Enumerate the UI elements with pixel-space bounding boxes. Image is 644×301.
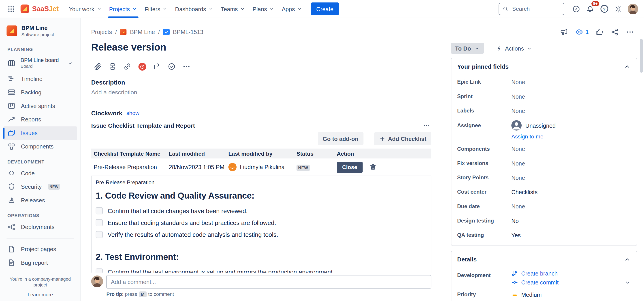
- add-child-issue-button[interactable]: [106, 60, 119, 73]
- user-avatar-photo: [628, 3, 638, 14]
- sidebar-item-bug-report[interactable]: Bug report: [3, 256, 77, 270]
- sidebar-item-timeline[interactable]: Timeline: [3, 72, 77, 86]
- git-commit-icon: [511, 279, 518, 286]
- breadcrumb-projects-link[interactable]: Projects: [91, 29, 112, 35]
- details-panel: Details Development Create branch: [451, 251, 637, 301]
- create-branch-link[interactable]: Create branch: [511, 270, 558, 277]
- more-actions-button[interactable]: [180, 60, 193, 73]
- sidebar-item-backlog[interactable]: Backlog: [3, 86, 77, 99]
- git-branch-icon: [511, 270, 518, 277]
- clockwork-show-link[interactable]: show: [126, 110, 140, 116]
- nav-item-projects[interactable]: Projects: [106, 0, 141, 18]
- issue-main-column: Projects / BPM Line / BPML-1513 Release …: [81, 18, 448, 301]
- sidebar-item-project-pages[interactable]: Project pages: [3, 242, 77, 256]
- timeline-icon: [8, 75, 16, 83]
- clockwork-app-button[interactable]: [136, 60, 149, 73]
- nav-item-filters[interactable]: Filters: [141, 0, 172, 18]
- sidebar-item-security[interactable]: Security NEW: [3, 180, 77, 194]
- pinned-fields-header[interactable]: Your pinned fields: [451, 58, 636, 75]
- ship-icon: [8, 196, 16, 205]
- checkbox[interactable]: [96, 219, 103, 226]
- corner-arrow-app-button[interactable]: [150, 60, 164, 73]
- help-icon: ?: [600, 5, 608, 13]
- board-icon: [8, 59, 16, 67]
- issue-toolbar: [91, 60, 431, 73]
- learn-more-link[interactable]: Learn more: [0, 292, 80, 298]
- section-title-development: DEVELOPMENT: [8, 159, 80, 164]
- user-avatar[interactable]: [628, 3, 638, 14]
- issue-header-actions: 1: [448, 18, 644, 36]
- feedback-button[interactable]: [560, 28, 568, 36]
- chevron-down-icon: [269, 6, 274, 12]
- settings-button[interactable]: [612, 3, 624, 15]
- nav-item-dashboards[interactable]: Dashboards: [172, 0, 217, 18]
- comment-input[interactable]: [106, 275, 431, 289]
- issue-title[interactable]: Release version: [91, 41, 431, 53]
- sidebar-item-deployments[interactable]: Deployments: [3, 220, 77, 234]
- sidebar-item-reports[interactable]: Reports: [3, 113, 77, 126]
- checklist-table-header: Checklist Template Name Last modified La…: [91, 149, 431, 159]
- sidebar-item-releases[interactable]: Releases: [3, 194, 77, 207]
- add-checklist-button[interactable]: Add Checklist: [374, 132, 431, 145]
- watch-button[interactable]: 1: [575, 28, 589, 36]
- checklist-more-button[interactable]: [421, 121, 431, 131]
- nav-item-apps[interactable]: Apps: [278, 0, 306, 18]
- project-type: Software project: [21, 32, 54, 37]
- breadcrumb-project-link[interactable]: BPM Line: [130, 29, 155, 35]
- breadcrumb-issue-key[interactable]: BPML-1513: [173, 29, 204, 35]
- shield-icon: [8, 183, 16, 191]
- sidebar-item-code[interactable]: Code: [3, 167, 77, 180]
- saasjet-logo-icon: [20, 4, 29, 13]
- task-type-icon: [163, 29, 170, 35]
- checklist-section-heading: 2. Test Environment:: [96, 252, 427, 262]
- checkbox[interactable]: [96, 207, 103, 214]
- development-expand-button[interactable]: [624, 279, 631, 286]
- help-button[interactable]: ?: [598, 3, 610, 15]
- eye-icon: [575, 28, 584, 36]
- details-header[interactable]: Details: [451, 251, 636, 268]
- discover-button[interactable]: [570, 3, 582, 15]
- project-header[interactable]: BPM Line Software project: [0, 18, 80, 41]
- components-icon: [8, 142, 16, 151]
- search-input[interactable]: [511, 5, 560, 12]
- link-issue-button[interactable]: [121, 60, 134, 73]
- field-row-cost-center: Cost centerChecklists: [457, 185, 631, 199]
- sidebar-item-active-sprints[interactable]: Active sprints: [3, 99, 77, 113]
- vote-button[interactable]: [596, 28, 604, 36]
- chevron-down-icon[interactable]: [67, 60, 73, 66]
- clockwork-section-label: Clockwork: [91, 110, 122, 116]
- close-checklist-button[interactable]: Close: [337, 161, 362, 173]
- status-dropdown[interactable]: To Do: [451, 43, 484, 54]
- delete-checklist-button[interactable]: [369, 163, 376, 171]
- notifications-button[interactable]: 9+: [584, 3, 596, 15]
- checklist-item: Confirm that all code changes have been …: [96, 207, 427, 214]
- nav-item-plans[interactable]: Plans: [249, 0, 278, 18]
- share-button[interactable]: [611, 28, 619, 36]
- create-commit-link[interactable]: Create commit: [511, 279, 558, 286]
- sidebar-item-board[interactable]: BPM Line board Board: [3, 54, 77, 72]
- top-navigation: SaaSJet Your work Projects Filters Dashb…: [0, 0, 644, 18]
- assign-to-me-link[interactable]: Assign to me: [511, 133, 543, 140]
- description-placeholder[interactable]: Add a description...: [91, 89, 431, 95]
- create-button[interactable]: Create: [311, 2, 339, 15]
- actions-dropdown[interactable]: Actions: [496, 45, 532, 51]
- checkbox[interactable]: [96, 231, 103, 238]
- sidebar-item-issues[interactable]: Issues: [3, 126, 77, 140]
- check-circle-app-button[interactable]: [165, 60, 178, 73]
- checklist-detail-panel: Pre-Release Preparation 1. Code Review a…: [91, 176, 431, 279]
- attach-button[interactable]: [91, 60, 104, 73]
- go-to-addon-button[interactable]: Go to add-on: [318, 132, 364, 145]
- nav-item-teams[interactable]: Teams: [217, 0, 249, 18]
- more-button[interactable]: [626, 28, 634, 36]
- app-switcher-button[interactable]: [5, 3, 17, 15]
- code-icon: [8, 169, 16, 178]
- sidebar-item-components[interactable]: Components: [3, 140, 77, 154]
- saasjet-logo[interactable]: SaaSJet: [20, 4, 59, 13]
- nav-item-your-work[interactable]: Your work: [65, 0, 105, 18]
- search-box[interactable]: [498, 3, 564, 15]
- field-row-fix-versions: Fix versionsNone: [457, 156, 631, 170]
- page-scrollbar[interactable]: [640, 39, 643, 73]
- megaphone-icon: [560, 28, 568, 36]
- chevron-up-icon: [624, 256, 631, 263]
- bug-report-icon: [8, 259, 16, 267]
